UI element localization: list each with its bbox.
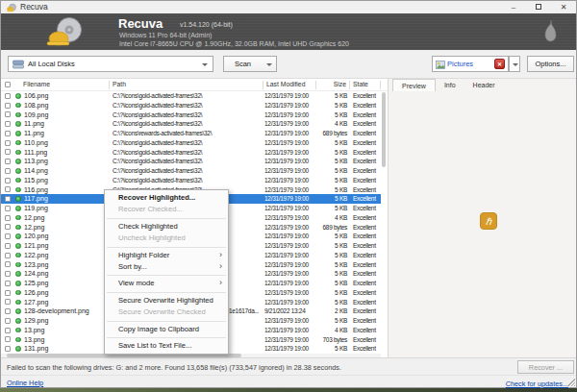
row-checkbox[interactable] (5, 318, 11, 324)
row-checkbox[interactable] (5, 111, 11, 117)
menu-item-check-highlighted[interactable]: Check Highlighted (105, 221, 228, 233)
table-row[interactable]: 110.pngC:\?\icons\gold-activated-frames\… (1, 138, 381, 148)
table-row[interactable]: 114.pngC:\?\icons\gold-activated-frames\… (1, 166, 381, 176)
row-checkbox[interactable] (5, 243, 11, 249)
row-checkbox[interactable] (5, 328, 11, 333)
state-cell: Excellent (353, 316, 379, 326)
row-checkbox[interactable] (5, 159, 11, 164)
row-checkbox[interactable] (5, 121, 11, 127)
row-checkbox[interactable] (5, 261, 11, 267)
state-cell: Excellent (353, 101, 379, 110)
menu-item-save-list-to-text-file[interactable]: Save List to Text File... (105, 340, 228, 352)
select-all-checkbox[interactable] (5, 82, 11, 87)
column-resize-handle[interactable] (263, 81, 263, 89)
column-resize-handle[interactable] (349, 81, 350, 89)
row-checkbox[interactable] (5, 103, 11, 109)
filename-cell: 131.png (24, 344, 48, 354)
row-checkbox[interactable] (5, 140, 11, 146)
row-checkbox[interactable] (5, 186, 11, 192)
desktop-background (0, 388, 577, 392)
row-checkbox[interactable] (5, 253, 11, 258)
column-header-path[interactable]: Path (113, 81, 126, 87)
status-bar: Failed to scan the following drives: G: … (1, 357, 576, 375)
vertical-scrollbar[interactable] (382, 92, 386, 167)
state-cell: Excellent (353, 269, 379, 279)
table-row[interactable]: 11.pngC:\?\icons\gold-activated-frames\3… (1, 119, 381, 129)
recover-button[interactable]: Recover ... (517, 360, 574, 374)
column-header-modified[interactable]: Last Modified (266, 81, 305, 87)
minimize-button[interactable]: – (505, 1, 522, 13)
menu-item-secure-overwrite-highlighted[interactable]: Secure Overwrite Highlighted (105, 295, 228, 306)
row-checkbox[interactable] (5, 271, 11, 277)
menu-item-uncheck-highlighted: Uncheck Highlighted (105, 233, 228, 244)
menu-item-label: Sort by... (118, 262, 147, 271)
table-row[interactable]: 108.pngC:\?\icons\gold-activated-frames\… (1, 101, 381, 110)
filetype-filter[interactable]: Pictures ✕ (432, 56, 509, 72)
maximize-button[interactable] (530, 1, 547, 13)
row-checkbox[interactable] (5, 206, 11, 211)
modified-cell: 12/31/1979 19:00 (264, 288, 309, 298)
path-cell: C:\?\icons\rewards-activated-frames\32\ (113, 129, 230, 138)
status-dot-icon (15, 318, 21, 324)
column-resize-handle[interactable] (109, 81, 110, 89)
table-row[interactable]: 111.pngC:\?\icons\gold-activated-frames\… (1, 148, 381, 158)
row-checkbox[interactable] (5, 233, 11, 239)
menu-item-recover-highlighted[interactable]: Recover Highlighted... (105, 192, 228, 204)
window-title: Recuva (20, 2, 48, 12)
row-checkbox[interactable] (5, 290, 11, 296)
titlebar[interactable]: Recuva – ✕ (1, 1, 576, 13)
row-checkbox[interactable] (5, 346, 11, 352)
filter-dropdown-button[interactable] (509, 56, 520, 72)
modified-cell: 12/31/1979 19:00 (264, 232, 309, 241)
tab-header[interactable]: Header (464, 79, 504, 91)
filename-cell: 116.png (24, 185, 48, 195)
column-resize-handle[interactable] (380, 81, 381, 89)
tab-preview[interactable]: Preview (392, 79, 436, 91)
menu-item-copy-image-to-clipboard[interactable]: Copy Image to Clipboard (105, 324, 228, 335)
row-checkbox[interactable] (5, 149, 11, 155)
row-checkbox[interactable] (5, 168, 11, 174)
table-row[interactable]: 113.pngC:\?\icons\gold-activated-frames\… (1, 157, 381, 166)
row-checkbox[interactable] (5, 131, 11, 136)
row-checkbox[interactable] (5, 196, 11, 202)
column-resize-handle[interactable] (315, 81, 316, 89)
menu-item-view-mode[interactable]: View mode› (105, 278, 228, 289)
clear-filter-button[interactable]: ✕ (494, 59, 505, 69)
table-row[interactable]: 11.pngC:\?\icons\rewards-activated-frame… (1, 129, 381, 138)
column-header-state[interactable]: State (353, 81, 368, 87)
scan-dropdown-button[interactable] (262, 56, 277, 72)
state-cell: Excellent (353, 129, 379, 138)
table-row[interactable]: 115.pngC:\?\icons\gold-activated-frames\… (1, 176, 381, 185)
row-checkbox[interactable] (5, 224, 11, 230)
row-checkbox[interactable] (5, 281, 11, 286)
menu-item-recover-checked: Recover Checked... (105, 204, 228, 215)
row-checkbox[interactable] (5, 308, 11, 314)
row-checkbox[interactable] (5, 215, 11, 221)
table-row[interactable]: 109.pngC:\?\icons\gold-activated-frames\… (1, 110, 381, 120)
options-button[interactable]: Options... (527, 56, 574, 72)
path-cell: C:\?\icons\gold-activated-frames\32\ (113, 157, 230, 166)
app-header: Recuva v1.54.120 (64-bit) Windows 11 Pro… (1, 13, 576, 50)
status-dot-icon (15, 159, 21, 164)
state-cell: Excellent (353, 288, 379, 298)
chevron-down-icon (202, 63, 208, 69)
state-cell: Excellent (353, 306, 379, 316)
close-button[interactable]: ✕ (555, 1, 572, 13)
online-help-link[interactable]: Online Help (7, 379, 43, 387)
table-row[interactable]: 106.pngC:\?\icons\gold-activated-frames\… (1, 91, 381, 101)
row-checkbox[interactable] (5, 336, 11, 342)
resize-grip[interactable] (567, 379, 575, 386)
row-checkbox[interactable] (5, 178, 11, 184)
size-cell: 5 KB (303, 241, 347, 251)
column-header-filename[interactable]: Filename (23, 81, 50, 87)
check-updates-link[interactable]: Check for updates... (506, 380, 568, 388)
scan-button[interactable]: Scan (223, 56, 263, 72)
column-header-size[interactable]: Size (318, 81, 346, 87)
menu-item-highlight-folder[interactable]: Highlight Folder› (105, 250, 228, 261)
row-checkbox[interactable] (5, 93, 11, 99)
tab-info[interactable]: Info (436, 79, 464, 91)
drive-selector[interactable]: All Local Disks (8, 56, 213, 72)
menu-item-sort-by[interactable]: Sort by...› (105, 261, 228, 273)
status-dot-icon (15, 168, 21, 174)
row-checkbox[interactable] (5, 299, 11, 305)
